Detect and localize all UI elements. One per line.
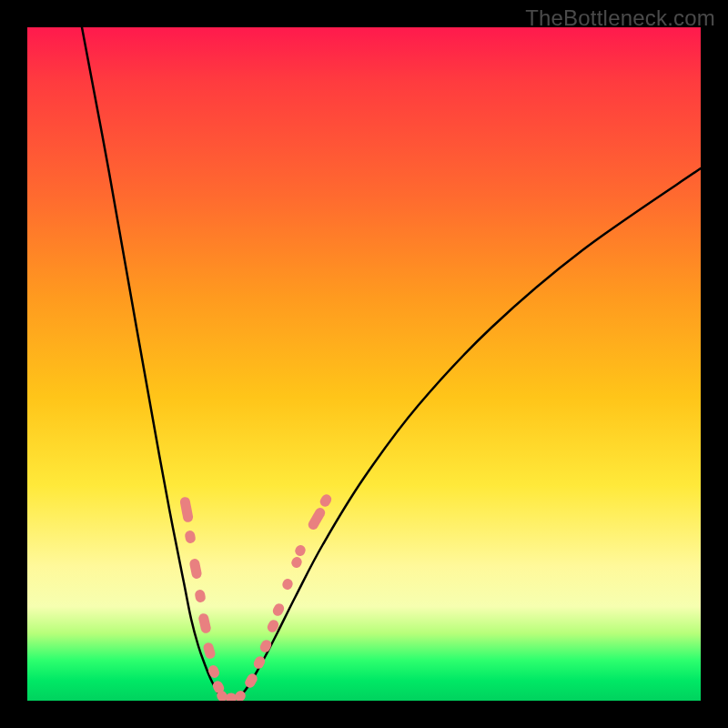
series-right-curve	[242, 168, 701, 694]
marker-point	[289, 555, 304, 570]
chart-svg	[27, 27, 701, 701]
marker-point	[226, 693, 237, 702]
marker-point	[188, 558, 202, 580]
marker-point	[318, 492, 334, 509]
marker-point	[307, 506, 328, 531]
marker-layer	[179, 492, 333, 701]
marker-point	[202, 642, 217, 660]
chart-frame: TheBottleneck.com	[0, 0, 728, 728]
marker-point	[243, 672, 259, 689]
marker-point	[179, 496, 194, 523]
marker-point	[293, 543, 308, 558]
marker-point	[258, 638, 273, 654]
marker-point	[271, 602, 286, 617]
marker-point	[184, 530, 196, 544]
curve-layer	[82, 27, 701, 698]
marker-point	[197, 612, 212, 634]
marker-point	[280, 577, 294, 592]
plot-area	[27, 27, 701, 701]
marker-point	[194, 589, 207, 603]
